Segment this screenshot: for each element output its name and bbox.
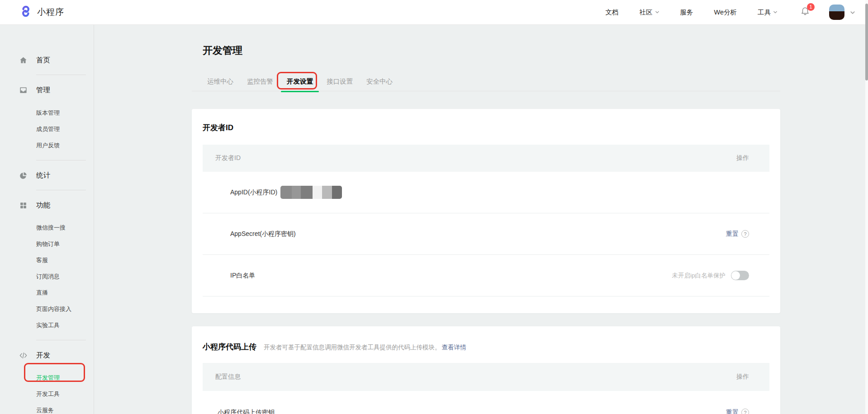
sidebar-item-label: 开发 xyxy=(36,351,50,360)
sidebar-item-label: 统计 xyxy=(36,171,50,180)
developer-id-card: 开发者ID 开发者ID 操作 AppID(小程序ID) AppSecret(小程… xyxy=(192,109,780,313)
page-title: 开发管理 xyxy=(203,44,780,57)
divider xyxy=(36,190,86,190)
notification-bell-button[interactable]: 1 xyxy=(800,6,810,18)
divider xyxy=(36,340,86,340)
logo-label: 小程序 xyxy=(37,6,64,18)
home-icon xyxy=(19,56,28,65)
sidebar-item-develop[interactable]: 开发 xyxy=(0,347,94,363)
divider xyxy=(36,75,86,75)
sidebar-item-page-content[interactable]: 页面内容接入 xyxy=(0,301,94,317)
sidebar-develop-submenu: 开发管理 开发工具 云服务 xyxy=(0,370,94,414)
table-row-appid: AppID(小程序ID) xyxy=(203,172,769,213)
ip-whitelist-status: 未开启ip白名单保护 xyxy=(672,272,726,280)
miniprogram-logo[interactable]: 小程序 xyxy=(19,5,64,20)
table-row-upload-key: 小程序代码上传密钥 重置 ? xyxy=(203,391,769,414)
table-header-action: 操作 xyxy=(736,154,749,162)
table-header-label: 开发者ID xyxy=(215,154,241,162)
ip-whitelist-toggle[interactable] xyxy=(731,271,749,280)
grid-icon xyxy=(19,201,28,210)
sidebar-manage-submenu: 版本管理 成员管理 用户反馈 xyxy=(0,105,94,154)
sidebar-item-version-manage[interactable]: 版本管理 xyxy=(0,105,94,121)
tab-bar: 运维中心 监控告警 开发设置 接口设置 安全中心 xyxy=(192,71,780,91)
sidebar-item-user-feedback[interactable]: 用户反馈 xyxy=(0,137,94,154)
view-details-link[interactable]: 查看详情 xyxy=(442,343,466,352)
nav-we-analysis[interactable]: We分析 xyxy=(714,8,737,17)
nav-services[interactable]: 服务 xyxy=(680,8,693,17)
sidebar-features-submenu: 微信搜一搜 购物订单 客服 订阅消息 直播 页面内容接入 实验工具 xyxy=(0,220,94,334)
sidebar: 首页 管理 版本管理 成员管理 用户反馈 统计 功能 微信搜一搜 购物订单 客服… xyxy=(0,25,94,414)
notification-badge: 1 xyxy=(807,3,815,11)
tab-ops-center[interactable]: 运维中心 xyxy=(207,71,233,91)
sidebar-item-shopping-orders[interactable]: 购物订单 xyxy=(0,236,94,252)
row-label: 小程序代码上传密钥 xyxy=(215,409,280,414)
reset-appsecret-link[interactable]: 重置 xyxy=(726,230,739,238)
help-icon[interactable]: ? xyxy=(741,409,749,414)
card-title: 小程序代码上传 xyxy=(203,342,256,352)
pie-chart-icon xyxy=(19,171,28,180)
table-header: 开发者ID 操作 xyxy=(203,145,769,172)
sidebar-item-stats[interactable]: 统计 xyxy=(0,167,94,183)
page-scrollbar-thumb[interactable] xyxy=(865,4,868,80)
sidebar-item-member-manage[interactable]: 成员管理 xyxy=(0,121,94,137)
table-row-ip-whitelist: IP白名单 未开启ip白名单保护 xyxy=(203,255,769,296)
table-header: 配置信息 操作 xyxy=(203,363,769,391)
sidebar-item-develop-tools[interactable]: 开发工具 xyxy=(0,386,94,402)
help-icon[interactable]: ? xyxy=(741,230,749,238)
active-tab-underline xyxy=(281,91,319,92)
reset-upload-key-link[interactable]: 重置 xyxy=(726,409,739,414)
sidebar-item-label: 功能 xyxy=(36,201,50,210)
user-avatar[interactable] xyxy=(829,5,844,20)
sidebar-item-wechat-search[interactable]: 微信搜一搜 xyxy=(0,220,94,236)
nav-tools[interactable]: 工具 xyxy=(758,8,778,17)
top-header: 小程序 文档 社区 服务 We分析 工具 1 xyxy=(0,0,868,25)
header-nav: 文档 社区 服务 We分析 工具 1 xyxy=(585,5,855,20)
sidebar-item-subscribe-message[interactable]: 订阅消息 xyxy=(0,268,94,285)
sidebar-item-live[interactable]: 直播 xyxy=(0,285,94,301)
code-upload-card: 小程序代码上传 开发者可基于配置信息调用微信开发者工具提供的代码上传模块。 查看… xyxy=(192,326,780,414)
row-label: AppID(小程序ID) xyxy=(215,188,280,197)
account-chevron-down-icon[interactable] xyxy=(850,10,854,14)
card-description: 开发者可基于配置信息调用微信开发者工具提供的代码上传模块。 xyxy=(264,343,441,352)
sidebar-item-cloud-service[interactable]: 云服务 xyxy=(0,402,94,414)
sidebar-item-home[interactable]: 首页 xyxy=(0,52,94,68)
tab-develop-settings[interactable]: 开发设置 xyxy=(287,71,313,91)
chevron-down-icon xyxy=(655,10,659,14)
wechat-miniprogram-logo-icon xyxy=(19,5,33,20)
sidebar-item-develop-manage[interactable]: 开发管理 xyxy=(0,370,94,386)
tab-security-center[interactable]: 安全中心 xyxy=(366,71,393,91)
sidebar-item-label: 首页 xyxy=(36,56,50,65)
card-title-row: 小程序代码上传 开发者可基于配置信息调用微信开发者工具提供的代码上传模块。 查看… xyxy=(203,326,769,352)
table-row-appsecret: AppSecret(小程序密钥) 重置 ? xyxy=(203,213,769,255)
nav-community[interactable]: 社区 xyxy=(640,8,659,17)
tab-api-settings[interactable]: 接口设置 xyxy=(327,71,353,91)
row-label: IP白名单 xyxy=(215,272,280,280)
sidebar-item-customer-service[interactable]: 客服 xyxy=(0,252,94,268)
divider xyxy=(36,160,86,160)
nav-docs[interactable]: 文档 xyxy=(606,8,619,17)
sidebar-item-features[interactable]: 功能 xyxy=(0,197,94,213)
table-header-label: 配置信息 xyxy=(215,373,241,381)
redacted-appid-value xyxy=(280,186,342,199)
bell-icon xyxy=(800,10,810,18)
tab-monitor-alert[interactable]: 监控告警 xyxy=(247,71,273,91)
row-label: AppSecret(小程序密钥) xyxy=(215,230,296,238)
sidebar-item-label: 管理 xyxy=(36,85,50,95)
table-header-action: 操作 xyxy=(736,373,749,381)
page-scrollbar-track xyxy=(865,0,868,414)
code-icon xyxy=(19,351,28,360)
main-content: 开发管理 运维中心 监控告警 开发设置 接口设置 安全中心 开发者ID 开发者I… xyxy=(192,25,780,414)
sidebar-item-experiment-tools[interactable]: 实验工具 xyxy=(0,317,94,334)
chevron-down-icon xyxy=(773,10,778,14)
card-title: 开发者ID xyxy=(203,109,769,133)
avatar-image xyxy=(829,5,844,11)
inbox-icon xyxy=(19,86,28,94)
sidebar-item-manage[interactable]: 管理 xyxy=(0,82,94,98)
